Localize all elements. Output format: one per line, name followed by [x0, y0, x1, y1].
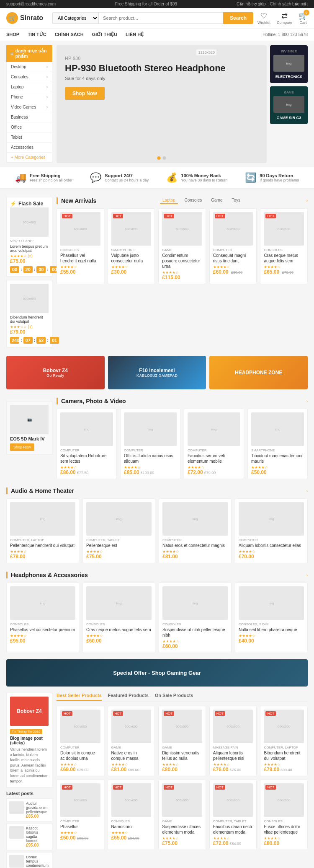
- bs-product-3[interactable]: 600x600HOT GAME Dignissim venenatis feli…: [158, 706, 206, 776]
- headphone-product-4[interactable]: img CONSOLES, S.DIM Nulla sed libero pha…: [235, 583, 308, 653]
- sidebar-item-phone[interactable]: Phone›: [7, 92, 52, 102]
- bs-stars-3: ★★★★☆: [162, 762, 202, 767]
- flash-sale-title: ⚡ Flash Sale: [10, 201, 49, 207]
- product-name-1: Phasellus vel hendrerit eget nulla: [60, 253, 100, 264]
- audio-product-2[interactable]: img COMPUTER, TABLET Pellentesque est ★★…: [82, 498, 155, 563]
- audio-product-3[interactable]: img COMPUTER Natus eros et consectetur m…: [159, 498, 232, 563]
- sidebar-item-accessories[interactable]: Accessories: [7, 143, 52, 153]
- countdown-hours: 20: [23, 266, 33, 273]
- new-arrivals-more[interactable]: ›: [306, 198, 308, 203]
- headphone-grid: img CONSOLES Phasellus vel consectetur p…: [6, 583, 308, 653]
- category-select[interactable]: All Categories: [52, 12, 98, 24]
- top-bar: support@readthemes.com Free Shipping for…: [0, 0, 314, 8]
- sidebar-item-laptop[interactable]: Laptop›: [7, 82, 52, 92]
- tab-game[interactable]: Game: [208, 197, 225, 204]
- compare-icon-btn[interactable]: ⇄ Compare: [277, 11, 292, 25]
- bs-tab-onsale[interactable]: On Sale Products: [155, 693, 193, 701]
- bs-product-2[interactable]: 600x600HOT GAME Native eros in conque ma…: [108, 706, 155, 776]
- product-badge-3: HOT: [164, 214, 174, 218]
- hero-side-card-1[interactable]: INVISIBLE img ELECTRONICS: [270, 45, 308, 83]
- hero-area: HP-930 HP-930 Bluetooth Stereo Headphone…: [57, 45, 308, 163]
- headphone-price-3: £60.00: [162, 643, 178, 649]
- audio-more[interactable]: ›: [306, 489, 308, 493]
- sidebar-item-more[interactable]: + More Categories: [7, 153, 52, 163]
- flash-sale-product-name-2: Bibendum hendrerit dui volutpat: [10, 315, 49, 324]
- top-bar-policy[interactable]: Chính sách bảo mật: [270, 2, 308, 6]
- top-bar-email: support@readthemes.com: [6, 2, 56, 6]
- camera-product-3[interactable]: img COMPUTER Faucibus serum veli element…: [184, 409, 244, 479]
- product-cat-2: SMARTPHONE: [111, 248, 152, 252]
- camera-product-4[interactable]: img SMARTPHONE Tincidunt maecenas tempor…: [247, 409, 308, 479]
- tab-consoles[interactable]: Consoles: [182, 197, 205, 204]
- banner-headphone[interactable]: HEADPHONE ZONE: [209, 356, 308, 389]
- bs-product-1[interactable]: 600x600HOT COMPUTER Dolor sit in conque …: [57, 706, 104, 776]
- feature-support: 💬 Support 24/7 Contact us 24 hours a day: [90, 172, 149, 183]
- product-card-2[interactable]: 600x600 HOT SMARTPHONE Vulputate justo c…: [108, 208, 155, 284]
- bs-tab-featured[interactable]: Featured Products: [108, 693, 149, 701]
- nav-about[interactable]: Giới thiệu: [92, 29, 117, 41]
- nav-news[interactable]: Tin tức: [28, 29, 46, 41]
- headphone-product-1[interactable]: img CONSOLES Phasellus vel consectetur p…: [6, 583, 79, 653]
- audio-product-1[interactable]: img COMPUTER, LAPTOP Pellentesque hendre…: [6, 498, 79, 563]
- audio-product-4[interactable]: img COMPUTER Aliquam lobortis consectetu…: [235, 498, 308, 563]
- nav-contact[interactable]: Liên hệ: [126, 29, 144, 41]
- latest-post-item-3[interactable]: Donec tempus condimentum arcu et £75.00: [6, 852, 52, 868]
- hero-side-card-2[interactable]: GAME img GAME SIR G3: [270, 86, 308, 124]
- cart-icon-btn[interactable]: 🛒 0 Cart: [299, 11, 308, 25]
- logo[interactable]: 🛒 Sinrato: [6, 12, 48, 24]
- latest-post-item-2[interactable]: Kazoot lobortis sagitta laoreet £95.00: [6, 823, 52, 850]
- bs-product-10[interactable]: 600x600HOT CONSOLES Fusce ultrices dolor…: [260, 780, 308, 850]
- product-card-5[interactable]: 600x600 HOT CONSOLES Cras neque metus au…: [260, 208, 308, 284]
- headphone-cat-1: CONSOLES: [10, 622, 75, 626]
- promo-full-banner[interactable]: Special Offer - Shop Gaming Gear: [6, 659, 308, 687]
- nav-hotline: Hotline: 1-800-123-5678: [263, 32, 308, 37]
- nav-shop[interactable]: Shop: [6, 29, 19, 41]
- sidebar-item-videogames[interactable]: Video Games›: [7, 102, 52, 112]
- sidebar-item-desktop[interactable]: Desktop›: [7, 62, 52, 72]
- eos-shop-now-btn[interactable]: Shop Now: [10, 443, 34, 451]
- bs-product-7[interactable]: 600x600HOT CONSOLES Namos orci ★★★★☆ £65…: [108, 780, 155, 850]
- bs-product-9[interactable]: 600x600HOT COMPUTER, TABLET Faucibus dar…: [209, 780, 257, 850]
- tab-toys[interactable]: Toys: [229, 197, 243, 204]
- audio-stars-3: ★★★★☆: [162, 549, 228, 554]
- product-card-1[interactable]: 600x600 HOT CONSOLES Phasellus vel hendr…: [57, 208, 104, 284]
- bs-price-3: £80.00: [162, 767, 178, 772]
- top-bar-support[interactable]: Cần hỗ trợ giúp: [237, 2, 266, 6]
- bs-product-5[interactable]: 600x600HOT COMPUTER, LAPTOP Bibendum hen…: [260, 706, 308, 776]
- banner-f10[interactable]: F10 Incelemesi KABLOSUZ GAMEPAD: [108, 356, 206, 389]
- bs-product-8[interactable]: 600x600HOT GAME Suspendisse ultrices ele…: [158, 780, 206, 850]
- search-button[interactable]: Search: [223, 12, 253, 24]
- tab-laptop[interactable]: Laptop: [160, 197, 178, 204]
- bs-product-4[interactable]: 600x600HOT MASSAGE PAIN Aliquam lobortis…: [209, 706, 257, 776]
- product-card-4[interactable]: 600x600 HOT COMPUTER Consequat magni ris…: [209, 208, 257, 284]
- money-icon: 💰: [166, 172, 178, 183]
- product-card-3[interactable]: 600x600 HOT GAME Condimentum posuere con…: [158, 208, 206, 284]
- shop-now-button[interactable]: Shop Now: [65, 87, 105, 100]
- hero-dot-2[interactable]: [163, 156, 166, 160]
- sidebar-item-consoles[interactable]: Consoles›: [7, 72, 52, 82]
- nav-policy[interactable]: Chính sách: [55, 29, 84, 41]
- bs-tab-best[interactable]: Best Seller Products: [57, 693, 102, 701]
- camera-product-2[interactable]: img COMPUTER Officiis Judidia varius ris…: [120, 409, 180, 479]
- bs-product-6[interactable]: 600x600HOT COMPUTER Phasellus ★★★★☆ £50.…: [57, 780, 104, 850]
- wishlist-icon-btn[interactable]: ♡ Wishlist: [257, 11, 270, 25]
- headphone-more[interactable]: ›: [306, 573, 308, 578]
- camera-more[interactable]: ›: [306, 399, 308, 404]
- camera-title: Camera, Photo & Video: [57, 398, 126, 404]
- hero-dot-1[interactable]: [157, 156, 161, 160]
- audio-name-3: Natus eros et consectetur magnis: [162, 543, 228, 548]
- latest-post-item-1[interactable]: Auctur gravida enim pellentesque £85.00: [6, 798, 52, 821]
- banner-bobovr[interactable]: Bobovr Z4 Go Ready: [6, 356, 105, 389]
- banner-f10-text: F10 Incelemesi KABLOSUZ GAMEPAD: [136, 368, 178, 378]
- product-price-2: £30.00: [111, 269, 127, 275]
- sidebar-item-business[interactable]: Business: [7, 112, 52, 122]
- headphone-product-2[interactable]: img CONSOLES Cras neque metus augue feli…: [82, 583, 155, 653]
- headphone-product-3[interactable]: img CONSOLES Suspendisse ut nibh pellent…: [159, 583, 232, 653]
- sidebar-item-office[interactable]: Office: [7, 122, 52, 132]
- bs-stars-8: ★★★★☆: [162, 836, 202, 840]
- bs-cat-8: GAME: [162, 819, 202, 823]
- product-name-2: Vulputate justo consectetur nulla: [111, 253, 152, 264]
- camera-product-1[interactable]: img COMPUTER Sit voluptatem Robotrure se…: [57, 409, 117, 479]
- sidebar-item-tablet[interactable]: Tablet: [7, 132, 52, 143]
- search-input[interactable]: [98, 12, 223, 24]
